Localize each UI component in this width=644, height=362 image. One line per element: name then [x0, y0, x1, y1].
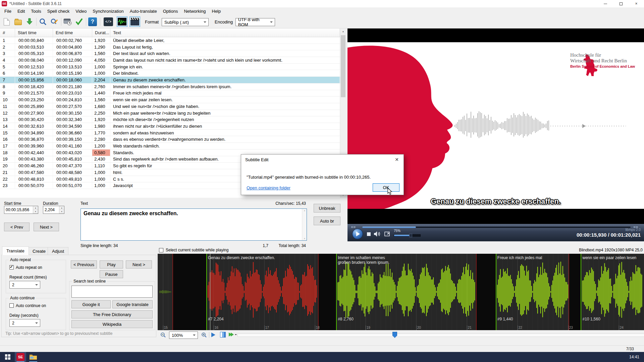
duration-field[interactable]: 2,204▲▼	[43, 206, 64, 214]
menu-item-auto-translate[interactable]: Auto-translate	[127, 8, 160, 15]
unbreak-button[interactable]: Unbreak	[314, 204, 340, 213]
table-row[interactable]: 200:00:03,51000:00:04,8001,290Das Layout…	[0, 44, 340, 51]
region-start-line[interactable]	[206, 254, 207, 330]
table-row[interactable]: 1400:00:32,61000:00:34,5901,980ihnen nic…	[0, 123, 340, 130]
play-button[interactable]	[352, 229, 363, 239]
auto-continue-checkbox[interactable]: Auto continue on	[9, 303, 46, 308]
tab-create[interactable]: Create	[28, 247, 50, 255]
help-icon[interactable]: ?	[88, 17, 97, 26]
table-row[interactable]: 400:00:08,04000:00:12,0904,050Damit das …	[0, 57, 340, 64]
delay-select[interactable]: 2	[9, 319, 40, 327]
play-button-panel[interactable]: Play	[100, 260, 123, 268]
table-row[interactable]: 300:00:05,31000:00:06,8701,560Der text l…	[0, 50, 340, 57]
open-containing-folder-link[interactable]: Open containing folder	[247, 185, 290, 190]
google-it-button[interactable]: Google it	[71, 300, 111, 308]
table-row[interactable]: 1000:00:23,25000:00:24,8101,560wenn sie …	[0, 97, 340, 103]
format-dropdown[interactable]: SubRip (.srt)	[162, 18, 209, 26]
taskbar-file-explorer[interactable]	[28, 352, 39, 362]
zoom-in-icon[interactable]	[201, 332, 207, 338]
menu-item-networking[interactable]: Networking	[181, 8, 209, 15]
subtitle-text-input[interactable]: Genau zu diesem zwecke erschaffen. ▲▼	[80, 208, 307, 241]
dialog-ok-button[interactable]: OK	[373, 183, 399, 192]
next-button-panel[interactable]: Next >	[126, 260, 152, 268]
checkbox-unchecked-icon[interactable]	[9, 303, 14, 308]
volume-knob[interactable]	[409, 234, 412, 237]
waveform-play-icon[interactable]	[211, 333, 215, 337]
waveform-zoom-select[interactable]: 100%	[169, 331, 198, 339]
spell-check-icon[interactable]	[74, 17, 84, 26]
video-toggle-icon[interactable]	[129, 16, 140, 27]
video-player[interactable]: Hochschule für Wirtschaft und Recht Berl…	[347, 28, 644, 241]
select-current-checkbox[interactable]	[159, 248, 163, 252]
waveform-canvas[interactable]: Genau zu diesem zwecke erschaffen.#7 2,2…	[158, 254, 644, 330]
waveform-toggle-icon[interactable]	[117, 16, 127, 27]
region-end-line[interactable]	[569, 254, 569, 330]
region-end-line[interactable]	[476, 254, 477, 330]
tab-translate[interactable]: Translate	[2, 246, 29, 255]
table-row[interactable]: 1300:00:30,42000:00:32,3401,920möchte ic…	[0, 116, 340, 123]
table-row[interactable]: 900:00:21,57000:00:23,0101,440Freue ich …	[0, 90, 340, 97]
auto-br-button[interactable]: Auto br	[314, 217, 340, 225]
region-start-line[interactable]	[496, 254, 496, 330]
visual-sync-icon[interactable]	[63, 17, 72, 26]
next-subtitle-button[interactable]: Next >	[34, 223, 59, 231]
zoom-out-icon[interactable]	[160, 332, 166, 338]
pause-button[interactable]: Pause	[100, 270, 123, 278]
table-row[interactable]: 1100:00:25,89000:00:27,5701,680Und weil …	[0, 103, 340, 110]
free-dictionary-button[interactable]: The Free Dictionary	[71, 310, 153, 318]
menu-item-tools[interactable]: Tools	[28, 8, 44, 15]
menu-item-synchronization[interactable]: Synchronization	[90, 8, 127, 15]
taskbar-subtitle-edit[interactable]: SE	[15, 352, 26, 362]
start-time-field[interactable]: 00:00:15,856▲▼	[4, 206, 38, 214]
prev-subtitle-button[interactable]: < Prev	[4, 223, 30, 231]
scroll-up-icon[interactable]: ▲	[340, 28, 346, 34]
column-header-2[interactable]: End time	[53, 28, 92, 37]
waveform-scroll-thumb[interactable]	[392, 332, 397, 338]
menu-item-video[interactable]: Video	[72, 8, 90, 15]
maximize-button[interactable]	[613, 0, 629, 7]
menu-item-spell-check[interactable]: Spell check	[44, 8, 72, 15]
dialog-close-icon[interactable]: ✕	[390, 155, 404, 165]
table-row[interactable]: 100:00:00,84000:00:02,7601,920Überall di…	[0, 37, 340, 44]
search-text-input[interactable]	[71, 286, 153, 298]
menu-item-options[interactable]: Options	[160, 8, 181, 15]
column-header-1[interactable]: Start time	[15, 28, 53, 37]
table-row[interactable]: 500:00:12,51000:00:13,5101,000Springe ic…	[0, 64, 340, 70]
table-row[interactable]: 1700:00:39,96000:00:41,1601,200Web stand…	[0, 143, 340, 149]
column-header-0[interactable]: #	[0, 28, 15, 37]
save-as-icon[interactable]	[25, 17, 34, 26]
start-button[interactable]	[2, 352, 13, 362]
table-row[interactable]: 1500:00:34,89000:00:36,6601,770sondern a…	[0, 130, 340, 136]
column-header-3[interactable]: Durat...	[92, 28, 110, 37]
repeat-count-select[interactable]: 2	[9, 281, 40, 289]
source-view-icon[interactable]: </>	[103, 17, 114, 26]
tab-adjust[interactable]: Adjust	[48, 247, 68, 255]
region-start-line[interactable]	[581, 254, 581, 330]
region-start-line[interactable]	[336, 254, 337, 330]
show-video-columns-icon[interactable]	[220, 332, 226, 338]
fullscreen-icon[interactable]	[384, 232, 390, 237]
previous-button[interactable]: < Previous	[71, 260, 97, 268]
auto-repeat-checkbox[interactable]: Auto repeat on	[9, 265, 42, 270]
table-row[interactable]: 700:00:15,85600:00:18,0602,204Genau zu d…	[0, 77, 340, 83]
scroll-thumb[interactable]	[341, 35, 345, 97]
seek-back-icon[interactable]: ««	[351, 224, 356, 229]
column-header-4[interactable]: Text	[110, 28, 340, 37]
menu-item-help[interactable]: Help	[209, 8, 224, 15]
find-icon[interactable]	[38, 17, 48, 26]
table-row[interactable]: 800:00:18,42000:00:21,1802,760Immer im s…	[0, 83, 340, 90]
stop-button[interactable]	[367, 232, 371, 236]
new-file-icon[interactable]	[2, 17, 11, 26]
waveform-scrollbar[interactable]	[237, 334, 644, 337]
menu-item-file[interactable]: File	[1, 8, 14, 15]
volume-icon[interactable]	[374, 231, 380, 238]
subtitle-list-header[interactable]: #Start timeEnd timeDurat...Text	[0, 28, 340, 37]
encoding-dropdown[interactable]: UTF-8 with BOM	[235, 18, 275, 26]
open-file-icon[interactable]	[13, 17, 23, 26]
textarea-scrollbar[interactable]: ▲▼	[302, 209, 307, 240]
menu-item-edit[interactable]: Edit	[14, 8, 28, 15]
minimize-button[interactable]	[598, 0, 613, 7]
playback-speed-icon[interactable]	[229, 333, 237, 337]
table-row[interactable]: 1600:00:36,87000:00:39,1502,280dass es e…	[0, 136, 340, 143]
close-button[interactable]: ×	[629, 0, 644, 7]
